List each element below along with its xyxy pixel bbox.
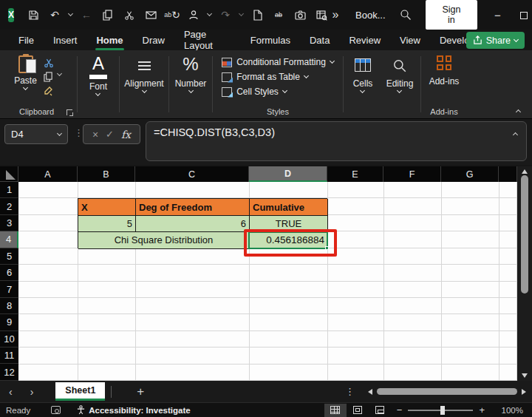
cell-c2[interactable]: Deg of Freedom <box>136 199 250 215</box>
undo-dropdown-icon[interactable] <box>68 11 73 16</box>
camera-icon[interactable] <box>293 7 307 22</box>
addins-button[interactable]: Add-ins <box>429 55 460 87</box>
prev-sheet-icon[interactable]: ‹ <box>0 386 21 398</box>
select-all-corner[interactable] <box>0 166 18 182</box>
scroll-left-icon[interactable] <box>368 389 372 395</box>
row-header-11[interactable]: 11 <box>0 348 18 364</box>
row-header-5[interactable]: 5 <box>0 248 18 265</box>
cell-styles-button[interactable]: Cell Styles <box>222 87 287 97</box>
tab-insert[interactable]: Insert <box>44 31 87 50</box>
row-header-7[interactable]: 7 <box>0 281 18 297</box>
column-header-c[interactable]: C <box>135 166 249 182</box>
collapse-formula-bar-icon[interactable] <box>513 132 518 138</box>
macro-record-icon[interactable] <box>51 406 61 414</box>
person-dropdown-icon[interactable] <box>207 11 212 16</box>
strikethrough-icon[interactable]: ab <box>271 7 286 22</box>
name-box-dropdown-icon[interactable] <box>57 130 62 135</box>
tab-data[interactable]: Data <box>300 31 339 50</box>
zoom-level[interactable]: 100% <box>498 406 523 415</box>
next-sheet-icon[interactable]: › <box>21 386 43 398</box>
row-header-12[interactable]: 12 <box>0 364 18 380</box>
zoom-slider-thumb[interactable] <box>440 406 445 415</box>
minimize-button[interactable]: − <box>491 9 504 21</box>
row-header-4[interactable]: 4 <box>0 231 18 248</box>
formula-input[interactable]: =CHISQ.DIST(B3,C3,D3) <box>146 121 527 161</box>
paste-button[interactable]: Paste <box>14 55 37 96</box>
column-header-a[interactable]: A <box>18 166 78 182</box>
tab-home[interactable]: Home <box>86 31 132 50</box>
enter-icon[interactable]: ✓ <box>106 129 114 140</box>
mail-icon[interactable] <box>143 7 158 22</box>
cell-b3[interactable]: 5 <box>78 216 136 232</box>
maximize-button[interactable] <box>517 9 531 21</box>
scroll-down-icon[interactable] <box>522 373 528 378</box>
share-button[interactable]: Share <box>466 32 525 49</box>
row-header-9[interactable]: 9 <box>0 314 18 330</box>
zoom-out-button[interactable]: − <box>391 404 409 416</box>
tab-formulas[interactable]: Formulas <box>241 31 300 50</box>
cell-b2[interactable]: X <box>78 199 136 215</box>
alignment-button[interactable]: Alignment <box>124 61 163 92</box>
row-header-8[interactable]: 8 <box>0 298 18 314</box>
tab-review[interactable]: Review <box>339 31 390 50</box>
excel-logo-icon[interactable]: X <box>8 8 14 22</box>
new-document-icon[interactable] <box>250 7 265 22</box>
column-header-e[interactable]: E <box>327 166 383 182</box>
cut-icon[interactable] <box>122 7 137 22</box>
copy-button[interactable] <box>43 71 55 82</box>
row-header-10[interactable]: 10 <box>0 331 18 348</box>
sheet-menu-dots[interactable]: ⋮ <box>345 386 355 397</box>
sign-in-button[interactable]: Sign in <box>426 0 478 30</box>
search-icon[interactable] <box>399 7 412 22</box>
horizontal-scroll-thumb[interactable] <box>377 388 517 395</box>
tab-draw[interactable]: Draw <box>133 31 174 50</box>
cancel-icon[interactable]: × <box>92 129 98 140</box>
vertical-scrollbar[interactable] <box>517 166 532 381</box>
cell-d4[interactable]: 0.456186884 <box>250 232 328 248</box>
page-break-view-button[interactable] <box>369 404 391 417</box>
editing-button[interactable]: Editing <box>386 58 414 92</box>
collapse-ribbon-icon[interactable] <box>516 109 521 115</box>
cell-b4-c4-merged[interactable]: Chi Square Distribution <box>78 232 250 248</box>
column-header-g[interactable]: G <box>441 166 499 182</box>
vertical-scroll-thumb[interactable] <box>521 175 528 294</box>
spell-check-icon[interactable]: ab↻ <box>165 7 180 22</box>
horizontal-scrollbar[interactable] <box>368 388 526 395</box>
person-icon[interactable] <box>186 7 201 22</box>
conditional-formatting-button[interactable]: Conditional Formatting <box>222 57 334 67</box>
cells-button[interactable]: Cells <box>353 58 373 92</box>
tab-file[interactable]: File <box>9 31 44 50</box>
sheet-tab-sheet1[interactable]: Sheet1 <box>55 382 105 401</box>
back-icon[interactable]: ← <box>79 7 94 22</box>
column-header-f[interactable]: F <box>383 166 441 182</box>
overflow-icon[interactable]: » <box>329 7 342 22</box>
cell-c3[interactable]: 6 <box>136 216 250 232</box>
name-box[interactable]: D4 <box>4 124 68 144</box>
tab-view[interactable]: View <box>390 31 430 50</box>
accessibility-status[interactable]: Accessibility: Investigate <box>77 405 190 415</box>
copy-dropdown-icon[interactable] <box>57 71 62 76</box>
clipboard-dialog-launcher-icon[interactable] <box>66 109 72 115</box>
zoom-in-button[interactable]: + <box>473 404 491 416</box>
add-sheet-button[interactable]: + <box>137 384 144 399</box>
zoom-slider[interactable] <box>408 410 473 411</box>
format-as-table-button[interactable]: Format as Table <box>222 72 308 82</box>
cut-button[interactable] <box>43 57 55 68</box>
page-layout-view-button[interactable] <box>347 404 369 417</box>
number-button[interactable]: % Number <box>175 55 207 92</box>
insert-function-icon[interactable]: fx <box>121 129 131 140</box>
row-header-3[interactable]: 3 <box>0 215 18 231</box>
save-icon[interactable] <box>26 7 41 22</box>
scroll-up-icon[interactable] <box>522 169 528 174</box>
cell-d2[interactable]: Cumulative <box>250 199 328 215</box>
scroll-right-icon[interactable] <box>522 389 526 395</box>
cell-d3[interactable]: TRUE <box>250 216 328 232</box>
column-header-b[interactable]: B <box>78 166 135 182</box>
cells-area[interactable]: X Deg of Freedom Cumulative 5 6 TRUE Chi… <box>18 182 517 381</box>
column-header-d[interactable]: D <box>249 166 327 182</box>
undo-icon[interactable]: ↶ <box>47 7 62 22</box>
row-header-6[interactable]: 6 <box>0 265 18 281</box>
normal-view-button[interactable] <box>324 404 347 417</box>
copy-icon[interactable] <box>100 7 115 22</box>
row-header-1[interactable]: 1 <box>0 182 18 198</box>
